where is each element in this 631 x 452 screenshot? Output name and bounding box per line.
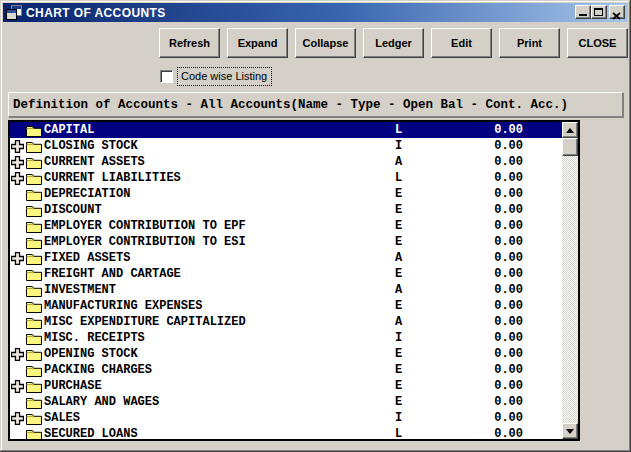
account-type: L — [395, 427, 402, 441]
close-button[interactable] — [609, 5, 625, 19]
account-row[interactable]: FIXED ASSETS A 0.00 — [10, 250, 562, 266]
folder-icon — [26, 188, 42, 201]
expand-icon[interactable] — [11, 172, 24, 185]
account-name: SALARY AND WAGES — [44, 395, 159, 409]
folder-icon — [26, 316, 42, 329]
account-open-balance: 0.00 — [440, 187, 523, 201]
toolbar-button-label: Ledger — [375, 37, 412, 49]
account-row[interactable]: DEPRECIATION E 0.00 — [10, 186, 562, 202]
expand-icon[interactable] — [11, 348, 24, 361]
toolbar-button-label: Collapse — [303, 37, 349, 49]
toolbar-button-edit[interactable]: Edit — [431, 28, 492, 58]
account-name: PURCHASE — [44, 379, 102, 393]
account-open-balance: 0.00 — [440, 395, 523, 409]
folder-icon — [26, 380, 42, 393]
toolbar-button-expand[interactable]: Expand — [227, 28, 288, 58]
account-row[interactable]: SALES I 0.00 — [10, 410, 562, 426]
toolbar-button-label: Print — [517, 37, 542, 49]
account-name: SECURED LOANS — [44, 427, 138, 441]
vertical-scrollbar[interactable] — [562, 122, 578, 439]
account-type: E — [395, 187, 402, 201]
account-row[interactable]: PURCHASE E 0.00 — [10, 378, 562, 394]
account-row[interactable]: EMPLOYER CONTRIBUTION TO ESI E 0.00 — [10, 234, 562, 250]
account-row[interactable]: CURRENT LIABILITIES L 0.00 — [10, 170, 562, 186]
account-type: A — [395, 155, 402, 169]
account-open-balance: 0.00 — [440, 427, 523, 441]
toolbar-button-refresh[interactable]: Refresh — [159, 28, 220, 58]
folder-icon — [26, 268, 42, 281]
account-type: E — [395, 235, 402, 249]
account-open-balance: 0.00 — [440, 299, 523, 313]
account-row[interactable]: PACKING CHARGES E 0.00 — [10, 362, 562, 378]
toolbar-button-label: Edit — [451, 37, 472, 49]
folder-icon — [26, 220, 42, 233]
account-open-balance: 0.00 — [440, 203, 523, 217]
account-type: A — [395, 315, 402, 329]
accounts-list: CAPITAL L 0.00 CLOSING STOCK I 0.00 — [8, 120, 580, 441]
account-name: CAPITAL — [44, 123, 94, 137]
toolbar-button-ledger[interactable]: Ledger — [363, 28, 424, 58]
account-open-balance: 0.00 — [440, 139, 523, 153]
account-name: CURRENT ASSETS — [44, 155, 145, 169]
expand-icon[interactable] — [11, 140, 24, 153]
account-type: E — [395, 363, 402, 377]
expand-icon[interactable] — [11, 156, 24, 169]
account-row[interactable]: CURRENT ASSETS A 0.00 — [10, 154, 562, 170]
account-row[interactable]: CLOSING STOCK I 0.00 — [10, 138, 562, 154]
minimize-button[interactable] — [575, 5, 591, 19]
folder-icon — [26, 364, 42, 377]
folder-icon — [26, 396, 42, 409]
toolbar-button-label: CLOSE — [579, 37, 617, 49]
account-open-balance: 0.00 — [440, 171, 523, 185]
scroll-up-button[interactable] — [562, 122, 578, 138]
account-open-balance: 0.00 — [440, 283, 523, 297]
toolbar-button-collapse[interactable]: Collapse — [295, 28, 356, 58]
account-row[interactable]: MISC EXPENDITURE CAPITALIZED A 0.00 — [10, 314, 562, 330]
account-type: E — [395, 379, 402, 393]
expand-icon[interactable] — [11, 252, 24, 265]
account-row[interactable]: SALARY AND WAGES E 0.00 — [10, 394, 562, 410]
toolbar-button-print[interactable]: Print — [499, 28, 560, 58]
maximize-button[interactable] — [591, 5, 607, 19]
close-icon — [612, 8, 621, 23]
expand-icon[interactable] — [11, 412, 24, 425]
account-name: DISCOUNT — [44, 203, 102, 217]
account-open-balance: 0.00 — [440, 251, 523, 265]
account-open-balance: 0.00 — [440, 379, 523, 393]
code-wise-listing-label[interactable]: Code wise Listing — [177, 67, 272, 86]
account-type: E — [395, 267, 402, 281]
scroll-down-icon — [566, 429, 574, 434]
folder-icon — [26, 172, 42, 185]
folder-icon — [26, 156, 42, 169]
title-bar[interactable]: CHART OF ACCOUNTS — [3, 3, 628, 22]
code-wise-listing-checkbox[interactable] — [160, 70, 173, 83]
scrollbar-thumb[interactable] — [562, 138, 578, 156]
toolbar-button-close[interactable]: CLOSE — [567, 28, 628, 58]
account-row[interactable]: INVESTMENT A 0.00 — [10, 282, 562, 298]
account-name: SALES — [44, 411, 80, 425]
account-type: A — [395, 251, 402, 265]
account-name: EMPLOYER CONTRIBUTION TO EPF — [44, 219, 246, 233]
account-type: A — [395, 283, 402, 297]
list-header-text: Definition of Accounts - All Accounts(Na… — [9, 98, 568, 112]
account-row[interactable]: EMPLOYER CONTRIBUTION TO EPF E 0.00 — [10, 218, 562, 234]
window-icon — [6, 5, 22, 20]
account-row[interactable]: CAPITAL L 0.00 — [10, 122, 562, 138]
account-name: MISC EXPENDITURE CAPITALIZED — [44, 315, 246, 329]
account-row[interactable]: DISCOUNT E 0.00 — [10, 202, 562, 218]
expand-icon[interactable] — [11, 380, 24, 393]
account-row[interactable]: OPENING STOCK E 0.00 — [10, 346, 562, 362]
account-row[interactable]: MISC. RECEIPTS I 0.00 — [10, 330, 562, 346]
account-row[interactable]: FREIGHT AND CARTAGE E 0.00 — [10, 266, 562, 282]
scroll-down-button[interactable] — [562, 423, 578, 439]
account-row[interactable]: MANUFACTURING EXPENSES E 0.00 — [10, 298, 562, 314]
folder-icon — [26, 428, 42, 441]
account-type: I — [395, 139, 402, 153]
account-open-balance: 0.00 — [440, 155, 523, 169]
folder-icon — [26, 124, 42, 137]
account-name: PACKING CHARGES — [44, 363, 152, 377]
account-open-balance: 0.00 — [440, 363, 523, 377]
account-open-balance: 0.00 — [440, 267, 523, 281]
account-type: L — [395, 123, 402, 137]
account-row[interactable]: SECURED LOANS L 0.00 — [10, 426, 562, 441]
